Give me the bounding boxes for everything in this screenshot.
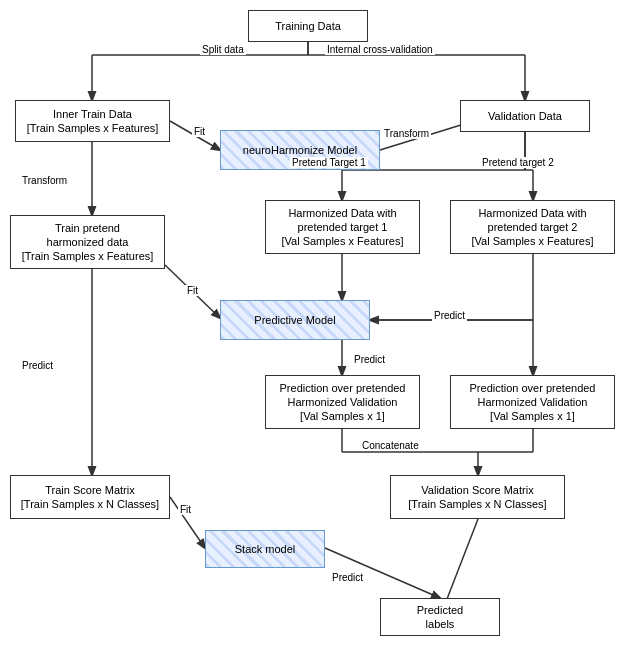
label-fit3: Fit <box>178 504 193 515</box>
harmonized-1-box: Harmonized Data withpretended target 1[V… <box>265 200 420 254</box>
label-pretend-target2: Pretend target 2 <box>480 157 556 168</box>
training-data-box: Training Data <box>248 10 368 42</box>
inner-train-text: Inner Train Data <box>27 107 159 121</box>
predicted-labels-text: labels <box>417 617 463 631</box>
prediction-1-box: Prediction over pretendedHarmonized Vali… <box>265 375 420 429</box>
stack-model-box: Stack model <box>205 530 325 568</box>
train-score-box: Train Score Matrix[Train Samples x N Cla… <box>10 475 170 519</box>
inner-train-text: [Train Samples x Features] <box>27 121 159 135</box>
predicted-labels-box: Predictedlabels <box>380 598 500 636</box>
harmonized-2-text: pretended target 2 <box>471 220 593 234</box>
train-pretend-text: [Train Samples x Features] <box>22 249 154 263</box>
predicted-labels-text: Predicted <box>417 603 463 617</box>
harmonized-2-box: Harmonized Data withpretended target 2[V… <box>450 200 615 254</box>
train-score-text: Train Score Matrix <box>21 483 159 497</box>
label-internal-cv: Internal cross-validation <box>325 44 435 55</box>
label-fit1: Fit <box>192 126 207 137</box>
label-split-data: Split data <box>200 44 246 55</box>
prediction-2-text: [Val Samples x 1] <box>470 409 596 423</box>
harmonized-2-text: Harmonized Data with <box>471 206 593 220</box>
prediction-1-text: [Val Samples x 1] <box>280 409 406 423</box>
train-pretend-text: harmonized data <box>22 235 154 249</box>
label-transform1: Transform <box>20 175 69 186</box>
prediction-2-text: Prediction over pretended <box>470 381 596 395</box>
harmonized-2-text: [Val Samples x Features] <box>471 234 593 248</box>
val-score-text: [Train Samples x N Classes] <box>408 497 546 511</box>
label-predict3: Predict <box>432 310 467 321</box>
train-pretend-box: Train pretendharmonized data[Train Sampl… <box>10 215 165 269</box>
label-fit2: Fit <box>185 285 200 296</box>
prediction-1-text: Harmonized Validation <box>280 395 406 409</box>
label-predict4: Predict <box>330 572 365 583</box>
label-predict1: Predict <box>20 360 55 371</box>
inner-train-box: Inner Train Data[Train Samples x Feature… <box>15 100 170 142</box>
training-data-text: Training Data <box>275 19 341 33</box>
predictive-model-box: Predictive Model <box>220 300 370 340</box>
validation-data-box: Validation Data <box>460 100 590 132</box>
label-transform2: Transform <box>382 128 431 139</box>
prediction-2-box: Prediction over pretendedHarmonized Vali… <box>450 375 615 429</box>
diagram: Training DataInner Train Data[Train Samp… <box>0 0 640 652</box>
neuro-model-text: neuroHarmonize Model <box>243 143 357 157</box>
harmonized-1-text: Harmonized Data with <box>281 206 403 220</box>
harmonized-1-text: pretended target 1 <box>281 220 403 234</box>
label-concatenate: Concatenate <box>360 440 421 451</box>
stack-model-text: Stack model <box>235 542 296 556</box>
validation-data-text: Validation Data <box>488 109 562 123</box>
prediction-2-text: Harmonized Validation <box>470 395 596 409</box>
train-score-text: [Train Samples x N Classes] <box>21 497 159 511</box>
train-pretend-text: Train pretend <box>22 221 154 235</box>
harmonized-1-text: [Val Samples x Features] <box>281 234 403 248</box>
val-score-box: Validation Score Matrix[Train Samples x … <box>390 475 565 519</box>
label-pretend-target1: Pretend Target 1 <box>290 157 368 168</box>
prediction-1-text: Prediction over pretended <box>280 381 406 395</box>
val-score-text: Validation Score Matrix <box>408 483 546 497</box>
predictive-model-text: Predictive Model <box>254 313 335 327</box>
label-predict2: Predict <box>352 354 387 365</box>
